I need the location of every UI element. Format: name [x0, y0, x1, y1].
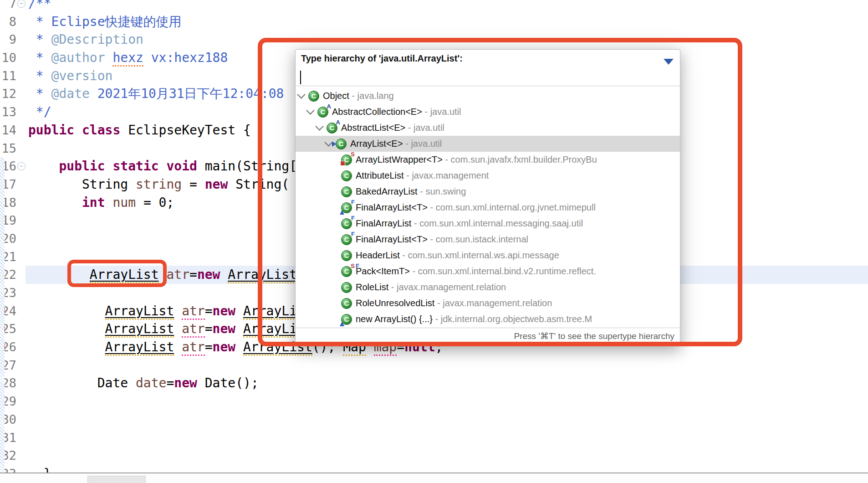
- class-icon: CA: [327, 123, 337, 134]
- type-hierarchy-tree[interactable]: CObject - java.langCAAbstractCollection<…: [296, 88, 680, 327]
- class-icon: C: [308, 91, 319, 102]
- tree-row-label: BakedArrayList - sun.swing: [356, 186, 466, 197]
- popup-footer-separator: [296, 328, 680, 328]
- modifier-adornment: A: [327, 103, 331, 110]
- red-square-adornment-icon: [340, 161, 345, 166]
- class-icon: C: [336, 139, 347, 149]
- tree-row[interactable]: CHeaderList - com.sun.xml.internal.ws.ap…: [296, 247, 680, 263]
- popup-separator: [296, 86, 680, 86]
- code-line[interactable]: 9 * @Description: [0, 31, 868, 49]
- line-number: 14: [0, 121, 16, 139]
- class-icon: CSF: [341, 266, 352, 277]
- modifier-adornment: F: [351, 215, 355, 221]
- view-menu-icon[interactable]: [664, 59, 674, 65]
- tree-row-label: new ArrayList() {...} - jdk.internal.org…: [356, 314, 592, 324]
- modifier-adornment: S: [351, 151, 355, 158]
- eclipse-editor-window: 7−/**8 * Eclipse快捷键的使用9 * @Description10…: [0, 0, 868, 483]
- tree-row[interactable]: CFFinalArrayList<T> - com.sun.istack.int…: [296, 231, 680, 247]
- tree-row[interactable]: CFFinalArrayList - com.sun.xml.internal.…: [296, 216, 680, 231]
- class-icon: CS: [341, 154, 352, 165]
- line-number: 8: [0, 13, 16, 31]
- class-icon: CF: [341, 234, 352, 245]
- tree-row-label: AttributeList - javax.management: [356, 170, 489, 181]
- code-line[interactable]: 29: [0, 392, 868, 411]
- code-line[interactable]: 30: [0, 411, 868, 429]
- tree-row[interactable]: CAAbstractCollection<E> - java.util: [296, 104, 680, 120]
- line-number: 11: [0, 67, 16, 85]
- tree-row[interactable]: CSArrayListWrapper<T> - com.sun.javafx.f…: [296, 152, 680, 168]
- code-line[interactable]: 8 * Eclipse快捷键的使用: [0, 13, 868, 31]
- chevron-down-icon[interactable]: [297, 90, 305, 98]
- tree-row-label: Pack<ItemT> - com.sun.xml.internal.bind.…: [356, 266, 596, 277]
- chevron-down-icon[interactable]: [324, 138, 332, 146]
- method-range-indicator: [0, 157, 5, 473]
- class-icon: C: [341, 298, 352, 309]
- modifier-adornment: F: [356, 262, 359, 269]
- tree-row-label: ArrayList<E> - java.util: [350, 139, 442, 149]
- code-text: /**: [16, 0, 868, 13]
- class-icon: C: [341, 282, 352, 293]
- code-line[interactable]: 31: [0, 429, 868, 447]
- type-hierarchy-popup[interactable]: Type hierarchy of 'java.util.ArrayList':…: [295, 49, 680, 346]
- blue-triangle-adornment-icon: [340, 210, 344, 215]
- class-icon: C: [341, 170, 352, 181]
- code-line[interactable]: 27: [0, 356, 868, 375]
- code-line[interactable]: 7−/**: [0, 0, 868, 13]
- line-number: 10: [0, 49, 16, 67]
- line-number: 13: [0, 103, 16, 121]
- class-icon: CA: [317, 107, 328, 118]
- line-number: 7: [0, 0, 16, 13]
- tree-row-label: RoleList - javax.management.relation: [356, 282, 506, 293]
- popup-footer-hint: Press '⌘T' to see the supertype hierarch…: [514, 331, 674, 341]
- blue-triangle-adornment-icon: [340, 322, 344, 326]
- tree-row-label: FinalArrayList - com.sun.xml.internal.me…: [356, 218, 583, 229]
- line-number: 12: [0, 85, 16, 103]
- tree-row-label: HeaderList - com.sun.xml.internal.ws.api…: [356, 250, 559, 261]
- modifier-adornment: F: [351, 199, 355, 206]
- tree-row-label: AbstractCollection<E> - java.util: [332, 107, 461, 117]
- tree-row-label: RoleUnresolvedList - javax.management.re…: [356, 298, 552, 308]
- chevron-down-icon[interactable]: [315, 122, 323, 130]
- tree-row-label: FinalArrayList<T> - com.sun.istack.inter…: [356, 234, 528, 245]
- tree-row[interactable]: CSFPack<ItemT> - com.sun.xml.internal.bi…: [296, 263, 680, 279]
- tree-row[interactable]: CObject - java.lang: [296, 88, 680, 104]
- tree-row-label: ArrayListWrapper<T> - com.sun.javafx.fxm…: [356, 154, 597, 165]
- code-line[interactable]: 32: [0, 447, 868, 465]
- modifier-adornment: F: [351, 231, 355, 237]
- tree-row-label: FinalArrayList<T> - com.sun.xml.internal…: [356, 202, 596, 213]
- code-line[interactable]: 28 Date date=new Date();: [0, 374, 868, 392]
- class-icon: C: [341, 250, 352, 261]
- code-text: * @Description: [16, 31, 868, 49]
- tree-row[interactable]: CAttributeList - javax.management: [296, 168, 680, 184]
- tree-row[interactable]: CAAbstractList<E> - java.util: [296, 120, 680, 136]
- filter-input-caret[interactable]: [300, 71, 301, 84]
- code-text: * Eclipse快捷键的使用: [16, 13, 868, 31]
- line-number: 15: [0, 139, 16, 158]
- tree-row[interactable]: CFFinalArrayList<T> - com.sun.xml.intern…: [296, 200, 680, 216]
- modifier-adornment: A: [336, 119, 340, 126]
- focus-type-arrow-icon: [332, 141, 336, 147]
- horizontal-scrollbar-thumb[interactable]: [87, 476, 146, 483]
- line-number: 9: [0, 31, 16, 49]
- tree-row[interactable]: CRoleUnresolvedList - javax.management.r…: [296, 295, 680, 311]
- tree-row-label: Object - java.lang: [323, 91, 394, 101]
- tree-row[interactable]: CRoleList - javax.management.relation: [296, 279, 680, 295]
- chevron-down-icon[interactable]: [306, 106, 314, 114]
- class-icon: C: [341, 314, 352, 325]
- tree-row[interactable]: Cnew ArrayList() {...} - jdk.internal.or…: [296, 311, 680, 327]
- tree-row[interactable]: CArrayList<E> - java.util: [296, 136, 680, 152]
- class-icon: CF: [341, 218, 352, 229]
- popup-title: Type hierarchy of 'java.util.ArrayList':: [301, 53, 463, 64]
- class-icon: CF: [341, 202, 352, 213]
- code-text: Date date=new Date();: [16, 374, 868, 392]
- class-icon: C: [341, 186, 352, 197]
- tree-row-label: AbstractList<E> - java.util: [341, 123, 444, 133]
- modifier-adornment: S: [351, 262, 355, 269]
- tree-row[interactable]: CBakedArrayList - sun.swing: [296, 184, 680, 200]
- editor-bottom-bar: [0, 473, 868, 483]
